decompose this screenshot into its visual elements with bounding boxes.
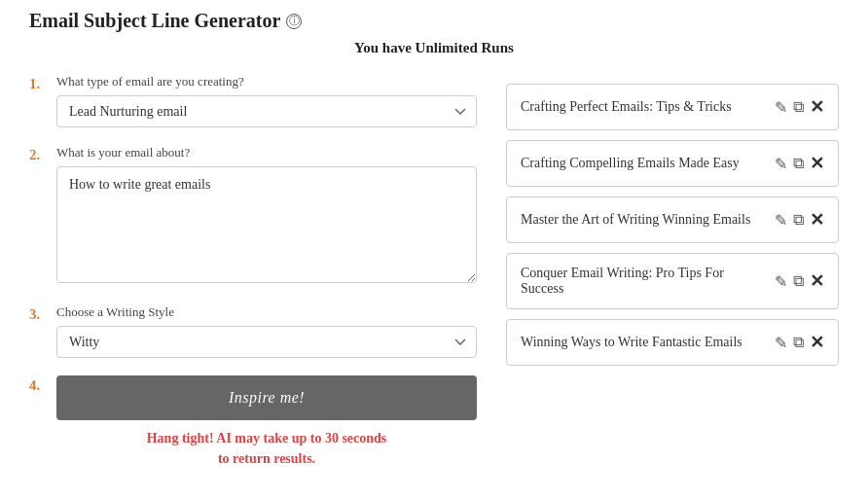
step-2-number: 2. xyxy=(29,145,56,163)
step-4-number: 4. xyxy=(29,375,56,394)
step-2-group: 2. What is your email about? How to writ… xyxy=(29,145,477,287)
step-1-label: What type of email are you creating? xyxy=(56,74,477,89)
close-icon-1[interactable]: ✕ xyxy=(810,96,824,118)
page-header: Email Subject Line Generator ⓘ xyxy=(29,10,839,32)
left-panel: 1. What type of email are you creating? … xyxy=(29,74,477,486)
step-2-label: What is your email about? xyxy=(56,145,477,160)
main-content: 1. What type of email are you creating? … xyxy=(29,74,839,486)
inspire-button[interactable]: Inspire me! xyxy=(56,375,477,420)
email-about-textarea[interactable]: How to write great emails xyxy=(56,166,477,283)
edit-icon-2[interactable]: ✎ xyxy=(775,155,787,173)
page-title: Email Subject Line Generator xyxy=(29,10,280,32)
close-icon-5[interactable]: ✕ xyxy=(810,332,824,353)
copy-icon-2[interactable]: ⧉ xyxy=(793,155,804,172)
result-card-1: Crafting Perfect Emails: Tips & Tricks ✎… xyxy=(506,84,839,130)
textarea-wrap: How to write great emails xyxy=(56,166,477,287)
result-text-2: Crafting Compelling Emails Made Easy xyxy=(521,156,765,171)
result-actions-5: ✎ ⧉ ✕ xyxy=(775,332,824,353)
copy-icon-4[interactable]: ⧉ xyxy=(793,272,804,290)
step-1-group: 1. What type of email are you creating? … xyxy=(29,74,477,127)
step-3-group: 3. Choose a Writing Style Witty Professi… xyxy=(29,304,477,358)
step-1-field: What type of email are you creating? Lea… xyxy=(56,74,477,127)
result-actions-2: ✎ ⧉ ✕ xyxy=(775,153,824,174)
step-3-number: 3. xyxy=(29,304,56,323)
result-actions-3: ✎ ⧉ ✕ xyxy=(775,209,824,231)
result-actions-4: ✎ ⧉ ✕ xyxy=(775,270,824,292)
step-4-group: 4. Inspire me! Hang tight! AI may take u… xyxy=(29,375,477,469)
result-card-3: Master the Art of Writing Winning Emails… xyxy=(506,196,839,243)
unlimited-runs-label: You have Unlimited Runs xyxy=(29,40,839,56)
hang-tight-message: Hang tight! AI may take up to 30 seconds… xyxy=(56,428,477,469)
edit-icon-3[interactable]: ✎ xyxy=(775,211,787,230)
info-icon[interactable]: ⓘ xyxy=(286,14,302,29)
close-icon-3[interactable]: ✕ xyxy=(810,209,824,231)
writing-style-select[interactable]: Witty Professional Casual Urgent Humorou… xyxy=(56,326,477,358)
edit-icon-5[interactable]: ✎ xyxy=(775,334,787,352)
result-text-1: Crafting Perfect Emails: Tips & Tricks xyxy=(521,99,765,115)
result-actions-1: ✎ ⧉ ✕ xyxy=(775,96,824,118)
right-panel: Crafting Perfect Emails: Tips & Tricks ✎… xyxy=(506,74,839,486)
close-icon-2[interactable]: ✕ xyxy=(810,153,824,174)
step-1-number: 1. xyxy=(29,74,56,92)
copy-icon-3[interactable]: ⧉ xyxy=(793,211,804,229)
result-text-3: Master the Art of Writing Winning Emails xyxy=(521,212,765,228)
copy-icon-5[interactable]: ⧉ xyxy=(793,334,804,351)
step-3-field: Choose a Writing Style Witty Professiona… xyxy=(56,304,477,358)
step-3-label: Choose a Writing Style xyxy=(56,304,477,320)
email-type-select[interactable]: Lead Nurturing email Newsletter Promotio… xyxy=(56,95,477,127)
step-4-field: Inspire me! Hang tight! AI may take up t… xyxy=(56,375,477,469)
result-card-2: Crafting Compelling Emails Made Easy ✎ ⧉… xyxy=(506,140,839,187)
result-text-5: Winning Ways to Write Fantastic Emails xyxy=(521,335,765,350)
result-text-4: Conquer Email Writing: Pro Tips For Succ… xyxy=(521,266,765,297)
step-2-field: What is your email about? How to write g… xyxy=(56,145,477,287)
result-card-4: Conquer Email Writing: Pro Tips For Succ… xyxy=(506,253,839,309)
edit-icon-4[interactable]: ✎ xyxy=(775,272,787,291)
copy-icon-1[interactable]: ⧉ xyxy=(793,98,804,116)
edit-icon-1[interactable]: ✎ xyxy=(775,98,787,117)
result-card-5: Winning Ways to Write Fantastic Emails ✎… xyxy=(506,319,839,366)
close-icon-4[interactable]: ✕ xyxy=(810,270,824,292)
